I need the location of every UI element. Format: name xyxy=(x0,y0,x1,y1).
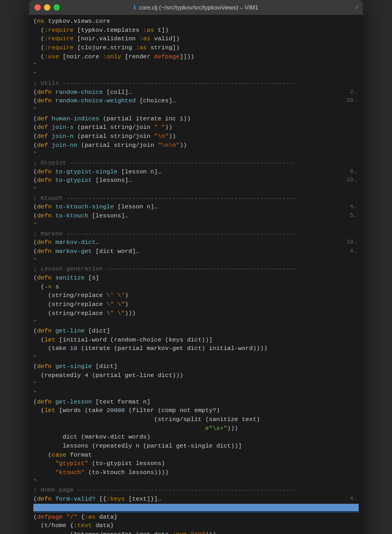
comment-gtypist: ; Gtypist ------------------------------… xyxy=(33,159,359,168)
code-get-lesson-gtypist: "gtypist" (to-gtypist lessons) xyxy=(33,459,359,468)
code-t-home: (t/home {:text data} xyxy=(33,521,359,530)
code-get-single-def: (defn get-single [dict] xyxy=(33,362,359,371)
code-random-choice: (defn random-choice [coll]… 2… xyxy=(33,88,359,97)
editor-area[interactable]: (ns typkov.views.core (:require [typkov.… xyxy=(29,15,363,534)
comment-ktouch: ; Ktouch -------------------------------… xyxy=(33,194,359,203)
code-get-lesson-def: (defn get-lesson [text format n] xyxy=(33,398,359,407)
code-human-indices: (def human-indices (partial iterate inc … xyxy=(33,115,359,124)
code-get-lesson-case: (case format xyxy=(33,451,359,460)
code-to-gtypist: (defn to-gtypist [lessons]… 10… xyxy=(33,176,359,185)
vim-window: ℹ core.clj (~/src/typkov/src/typkov/view… xyxy=(29,0,363,534)
tilde-1: ~ xyxy=(33,61,359,70)
code-defpage: (defpage "/" {:as data} xyxy=(33,513,359,522)
code-markov-get: (defn markov-get [dict word]… 4… xyxy=(33,247,359,256)
tilde-10: ~ xyxy=(33,380,359,389)
window-title: ℹ core.clj (~/src/typkov/src/typkov/view… xyxy=(133,4,258,11)
code-blank-line xyxy=(33,504,359,513)
traffic-lights xyxy=(34,4,60,11)
code-get-lesson-dict: dict (markov-dict words) xyxy=(33,433,359,442)
comment-markov: ; Markov -------------------------------… xyxy=(33,230,359,239)
tilde-12: ~ xyxy=(33,477,359,486)
file-icon: ℹ xyxy=(133,4,136,11)
code-get-line-let: (let [initial-word (random-choice (keys … xyxy=(33,336,359,345)
tilde-6: ~ xyxy=(33,221,359,230)
tilde-9: ~ xyxy=(33,353,359,362)
expand-icon[interactable]: ⤢ xyxy=(354,4,359,11)
maximize-button[interactable] xyxy=(54,4,60,11)
code-join-nn: (def join-nn (partial string/join "\n\n"… xyxy=(33,141,359,150)
code-content: (ns typkov.views.core (:require [typkov.… xyxy=(29,17,363,534)
minimize-button[interactable] xyxy=(44,4,50,11)
comment-utils: ; Utils --------------------------------… xyxy=(33,79,359,88)
code-line-1: (ns typkov.views.core xyxy=(33,17,359,26)
code-integer-parse: (Integer/parseInt (get data :num "10"))) xyxy=(33,530,359,534)
code-line-5: (:use [noir.core :only [render defpage]]… xyxy=(33,52,359,62)
tilde-8: ~ xyxy=(33,318,359,327)
code-to-ktouch: (defn to-ktouch [lessons]… 5… xyxy=(33,212,359,221)
code-arrow: (-> s xyxy=(33,283,359,292)
code-line-2: (:require [typkov.templates :as t]) xyxy=(33,26,359,35)
code-get-single-body: (repeatedly 4 (partial get-line dict))) xyxy=(33,371,359,380)
comment-lesson-gen: ; Lesson generation --------------------… xyxy=(33,265,359,274)
code-line-4: (:require [clojure.string :as string]) xyxy=(33,43,359,52)
code-replace-1: (string/replace \' \') xyxy=(33,291,359,300)
tilde-7: ~ xyxy=(33,256,359,265)
code-replace-3: (string/replace \" \"))) xyxy=(33,309,359,318)
close-button[interactable] xyxy=(34,4,41,11)
tilde-11: ~ xyxy=(33,389,359,398)
code-line-3: (:require [noir.validation :as valid]) xyxy=(33,34,359,43)
tilde-4: ~ xyxy=(33,150,359,159)
code-get-lesson-ktouch: "ktouch" (to-ktouch lessons)))) xyxy=(33,468,359,477)
code-get-line-def: (defn get-line [dict] xyxy=(33,327,359,336)
code-get-lesson-lessons: lessons (repeatedly n (partial get-singl… xyxy=(33,442,359,451)
code-join-s: (def join-s (partial string/join " ")) xyxy=(33,123,359,132)
code-to-ktouch-single: (defn to-ktouch-single [lesson n]… 4… xyxy=(33,203,359,212)
tilde-3: ~ xyxy=(33,106,359,115)
code-markov-dict: (defn markov-dict… 10… xyxy=(33,238,359,247)
comment-home-page: ; Home page ----------------------------… xyxy=(33,486,359,495)
code-replace-2: (string/replace \" \") xyxy=(33,300,359,309)
code-join-n: (def join-n (partial string/join "\n")) xyxy=(33,132,359,141)
titlebar: ℹ core.clj (~/src/typkov/src/typkov/view… xyxy=(29,0,363,15)
code-get-line-take: (take 10 (iterate (partial markov-get di… xyxy=(33,344,359,353)
code-sanitize-def: (defn sanitize [s] xyxy=(33,274,359,283)
code-random-choice-weighted: (defn random-choice-weighted [choices]… … xyxy=(33,97,359,106)
code-get-lesson-let1: (let [words (take 20000 (filter (comp no… xyxy=(33,406,359,415)
code-get-lesson-let3: #"\s+"))) xyxy=(33,424,359,433)
code-get-lesson-let2: (string/split (sanitize text) xyxy=(33,415,359,424)
code-to-gtypist-single: (defn to-gtypist-single [lesson n]… 8… xyxy=(33,168,359,177)
code-form-valid: (defn form-valid? [{:keys [text]}]… 4… xyxy=(33,495,359,504)
tilde-5: ~ xyxy=(33,185,359,194)
tilde-2: ~ xyxy=(33,70,359,79)
